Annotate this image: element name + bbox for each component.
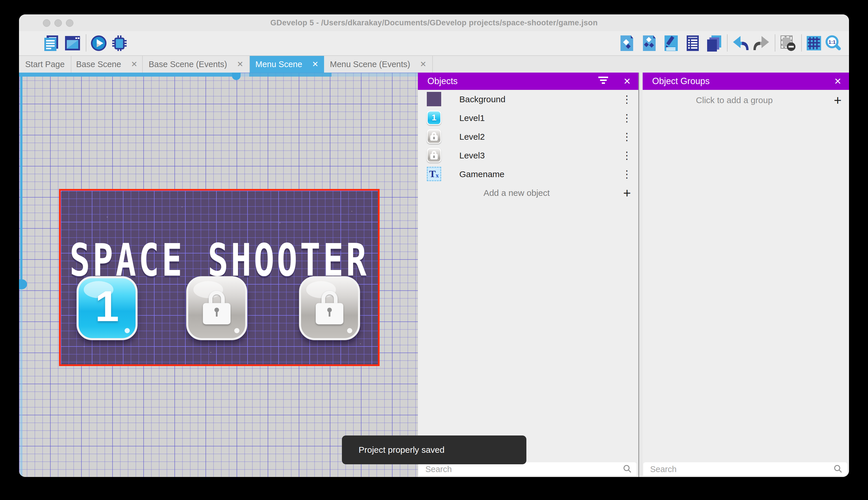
debug-icon[interactable]: [111, 35, 128, 52]
objects-search-input[interactable]: [425, 462, 579, 476]
add-group-button[interactable]: Click to add a group +: [643, 90, 849, 111]
close-tab-icon[interactable]: ✕: [312, 60, 319, 69]
background-thumbnail: [427, 92, 441, 106]
title-bar[interactable]: GDevelop 5 - /Users/dkarakay/Documents/G…: [19, 14, 849, 31]
level1-button-instance[interactable]: 1: [77, 276, 138, 340]
preview-icon[interactable]: [90, 35, 107, 52]
scene-editor-canvas[interactable]: SPACE SHOOTER 1 570;437: [19, 72, 418, 477]
properties-icon[interactable]: [663, 35, 680, 52]
toolbar-separator: [775, 34, 775, 52]
object-row-background[interactable]: Background ⋮: [418, 90, 638, 109]
object-row-level1[interactable]: 1 Level1 ⋮: [418, 109, 638, 128]
horizontal-scroll-marker[interactable]: [232, 72, 241, 80]
object-groups-panel-title: Object Groups: [652, 76, 710, 87]
plus-icon: +: [834, 92, 842, 108]
window-title: GDevelop 5 - /Users/dkarakay/Documents/G…: [19, 14, 849, 31]
scene-editor-icon[interactable]: [64, 35, 81, 52]
panel-divider[interactable]: [638, 72, 643, 477]
text-object-thumbnail: Tx: [427, 167, 441, 181]
plus-icon: +: [623, 185, 631, 201]
kebab-menu-icon[interactable]: ⋮: [622, 149, 632, 162]
object-row-gamename[interactable]: Tx Gamename ⋮: [418, 165, 638, 184]
object-row-level2[interactable]: Level2 ⋮: [418, 127, 638, 147]
level3-thumbnail: [427, 148, 441, 162]
grid-icon[interactable]: [806, 35, 822, 52]
toolbar-separator: [86, 34, 86, 52]
search-icon: [833, 464, 843, 474]
close-tab-icon[interactable]: ✕: [131, 60, 138, 69]
svg-text:1:1: 1:1: [829, 39, 836, 45]
kebab-menu-icon[interactable]: ⋮: [622, 168, 632, 180]
tab-base-scene[interactable]: Base Scene✕: [71, 56, 143, 72]
add-new-object-button[interactable]: Add a new object +: [418, 183, 638, 202]
project-manager-icon[interactable]: [43, 35, 60, 52]
objects-panel-header: Objects ✕: [418, 72, 638, 90]
undo-icon[interactable]: [732, 35, 749, 52]
tab-menu-scene[interactable]: Menu Scene✕: [250, 56, 324, 72]
save-toast: Project properly saved: [342, 435, 526, 464]
object-row-level3[interactable]: Level3 ⋮: [418, 146, 638, 165]
close-object-groups-panel-icon[interactable]: ✕: [834, 76, 842, 87]
objects-panel: Objects ✕ Background ⋮ 1 Level1 ⋮ Level2…: [418, 72, 638, 477]
groups-search-bar: [643, 462, 847, 476]
kebab-menu-icon[interactable]: ⋮: [622, 112, 632, 124]
gdevelop-window: GDevelop 5 - /Users/dkarakay/Documents/G…: [19, 14, 849, 477]
menu-scene-background-instance[interactable]: SPACE SHOOTER 1: [59, 189, 379, 366]
level2-thumbnail: [427, 129, 441, 144]
tab-start-page[interactable]: Start Page: [19, 56, 71, 72]
lock-icon: [316, 291, 343, 324]
close-tab-icon[interactable]: ✕: [420, 60, 426, 69]
objects-panel-title: Objects: [427, 76, 458, 87]
groups-search-input[interactable]: [649, 462, 794, 476]
kebab-menu-icon[interactable]: ⋮: [622, 131, 632, 143]
toolbar: 1:1: [19, 31, 849, 56]
horizontal-scrollbar-thumb[interactable]: [249, 72, 331, 77]
layers-icon[interactable]: [706, 35, 723, 52]
toolbar-separator: [727, 34, 728, 52]
level3-button-instance[interactable]: [299, 276, 360, 340]
tab-bar: Start Page Base Scene✕ Base Scene (Event…: [19, 56, 849, 72]
close-tab-icon[interactable]: ✕: [237, 60, 244, 69]
tab-menu-scene-events[interactable]: Menu Scene (Events)✕: [324, 56, 433, 72]
vertical-scroll-marker[interactable]: [19, 280, 27, 289]
level1-thumbnail: 1: [427, 111, 441, 125]
objects-panel-toggle-icon[interactable]: [618, 35, 635, 52]
tab-base-scene-events[interactable]: Base Scene (Events)✕: [143, 56, 250, 72]
object-groups-panel: Object Groups ✕ Click to add a group +: [643, 72, 849, 477]
deselect-icon[interactable]: [779, 35, 796, 52]
scene-stars-decoration: [61, 191, 62, 192]
toast-message: Project properly saved: [359, 445, 444, 455]
object-groups-panel-header: Object Groups ✕: [643, 72, 849, 90]
close-objects-panel-icon[interactable]: ✕: [623, 76, 631, 87]
vertical-scrollbar[interactable]: [20, 288, 22, 477]
lock-icon: [203, 291, 231, 324]
search-icon: [623, 464, 632, 474]
vertical-scrollbar-segment[interactable]: [20, 72, 22, 281]
level2-button-instance[interactable]: [186, 276, 247, 340]
kebab-menu-icon[interactable]: ⋮: [622, 93, 632, 105]
zoom-1-1-icon[interactable]: 1:1: [825, 35, 842, 52]
toolbar-separator: [801, 34, 802, 52]
horizontal-scrollbar-segment[interactable]: [19, 72, 236, 77]
redo-icon[interactable]: [753, 35, 770, 52]
instances-list-icon[interactable]: [684, 35, 701, 52]
filter-icon[interactable]: [598, 77, 608, 86]
object-groups-toggle-icon[interactable]: [641, 35, 657, 52]
